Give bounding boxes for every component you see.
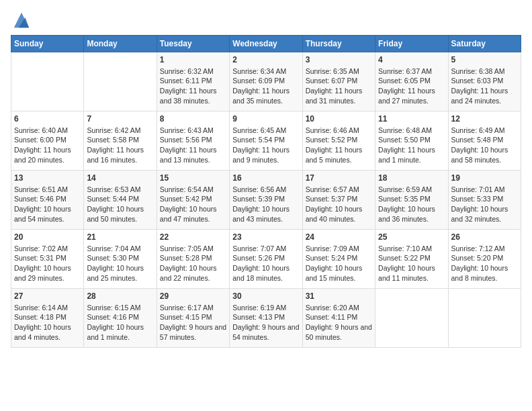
- day-info: Sunset: 6:09 PM: [232, 76, 299, 86]
- day-number: 26: [451, 232, 518, 243]
- day-info: Sunrise: 6:40 AM: [14, 126, 81, 136]
- day-info: Sunrise: 6:42 AM: [87, 126, 153, 136]
- day-info: Sunset: 5:31 PM: [14, 253, 81, 263]
- day-number: 15: [160, 173, 226, 184]
- calendar-cell: 30Sunrise: 6:19 AMSunset: 4:13 PMDayligh…: [230, 289, 302, 348]
- calendar-cell: 15Sunrise: 6:54 AMSunset: 5:42 PMDayligh…: [157, 171, 229, 230]
- day-info: Daylight: 11 hours and 16 minutes.: [87, 145, 153, 165]
- calendar-cell: 26Sunrise: 7:12 AMSunset: 5:20 PMDayligh…: [448, 230, 521, 289]
- weekday-header-sunday: Sunday: [11, 36, 84, 52]
- day-info: Daylight: 11 hours and 24 minutes.: [451, 86, 518, 105]
- calendar-cell: [448, 289, 521, 348]
- day-info: Daylight: 10 hours and 15 minutes.: [306, 263, 372, 283]
- day-info: Sunset: 5:58 PM: [87, 135, 153, 145]
- calendar-cell: 5Sunrise: 6:38 AMSunset: 6:03 PMDaylight…: [448, 52, 521, 111]
- day-number: 27: [14, 291, 81, 302]
- day-info: Sunset: 5:24 PM: [306, 253, 372, 263]
- day-info: Sunrise: 6:20 AM: [306, 303, 372, 313]
- week-row-1: 1Sunrise: 6:32 AMSunset: 6:11 PMDaylight…: [11, 52, 521, 111]
- day-info: Daylight: 10 hours and 32 minutes.: [451, 204, 518, 224]
- day-info: Sunset: 6:07 PM: [306, 76, 372, 86]
- calendar-cell: 13Sunrise: 6:51 AMSunset: 5:46 PMDayligh…: [11, 171, 84, 230]
- calendar-cell: 23Sunrise: 7:07 AMSunset: 5:26 PMDayligh…: [230, 230, 302, 289]
- day-info: Daylight: 10 hours and 22 minutes.: [160, 263, 226, 283]
- day-info: Daylight: 10 hours and 18 minutes.: [232, 263, 299, 283]
- calendar-cell: 6Sunrise: 6:40 AMSunset: 6:00 PMDaylight…: [11, 111, 84, 171]
- day-info: Daylight: 10 hours and 40 minutes.: [306, 204, 372, 224]
- day-info: Sunset: 5:50 PM: [378, 135, 445, 145]
- day-info: Sunrise: 6:32 AM: [160, 66, 226, 77]
- day-info: Sunrise: 6:19 AM: [232, 303, 299, 313]
- day-info: Sunset: 5:33 PM: [451, 194, 518, 204]
- day-info: Sunrise: 6:35 AM: [306, 66, 372, 77]
- calendar-cell: 7Sunrise: 6:42 AMSunset: 5:58 PMDaylight…: [84, 111, 157, 171]
- calendar-cell: 10Sunrise: 6:46 AMSunset: 5:52 PMDayligh…: [302, 111, 375, 171]
- day-info: Sunset: 5:26 PM: [232, 253, 299, 263]
- day-info: Sunset: 4:16 PM: [87, 312, 153, 322]
- weekday-header-thursday: Thursday: [302, 36, 375, 52]
- day-number: 30: [232, 291, 299, 302]
- day-info: Sunset: 5:20 PM: [451, 253, 518, 263]
- day-number: 24: [306, 232, 372, 243]
- day-number: 25: [378, 232, 445, 243]
- calendar-cell: 17Sunrise: 6:57 AMSunset: 5:37 PMDayligh…: [302, 171, 375, 230]
- week-row-3: 13Sunrise: 6:51 AMSunset: 5:46 PMDayligh…: [11, 171, 521, 230]
- day-info: Daylight: 11 hours and 20 minutes.: [14, 145, 81, 165]
- calendar-cell: 21Sunrise: 7:04 AMSunset: 5:30 PMDayligh…: [84, 230, 157, 289]
- day-number: 16: [232, 173, 299, 184]
- calendar-cell: [11, 52, 84, 111]
- day-info: Sunset: 4:13 PM: [232, 312, 299, 322]
- day-info: Sunset: 4:11 PM: [306, 312, 372, 322]
- calendar-cell: 2Sunrise: 6:34 AMSunset: 6:09 PMDaylight…: [230, 52, 302, 111]
- calendar-cell: 1Sunrise: 6:32 AMSunset: 6:11 PMDaylight…: [157, 52, 229, 111]
- day-info: Daylight: 10 hours and 1 minute.: [87, 322, 153, 342]
- day-number: 13: [14, 173, 81, 184]
- day-number: 18: [378, 173, 445, 184]
- calendar-cell: 16Sunrise: 6:56 AMSunset: 5:39 PMDayligh…: [230, 171, 302, 230]
- day-info: Daylight: 10 hours and 29 minutes.: [14, 263, 81, 283]
- calendar-table: SundayMondayTuesdayWednesdayThursdayFrid…: [11, 35, 521, 348]
- day-number: 11: [378, 113, 445, 125]
- day-info: Daylight: 10 hours and 36 minutes.: [378, 204, 445, 224]
- day-number: 8: [160, 113, 226, 125]
- calendar-cell: 19Sunrise: 7:01 AMSunset: 5:33 PMDayligh…: [448, 171, 521, 230]
- day-info: Sunrise: 7:10 AM: [378, 244, 445, 254]
- day-info: Daylight: 10 hours and 25 minutes.: [87, 263, 153, 283]
- week-row-4: 20Sunrise: 7:02 AMSunset: 5:31 PMDayligh…: [11, 230, 521, 289]
- day-info: Daylight: 10 hours and 8 minutes.: [451, 263, 518, 283]
- day-info: Sunrise: 6:54 AM: [160, 185, 226, 195]
- day-info: Sunset: 4:18 PM: [14, 312, 81, 322]
- day-number: 10: [306, 113, 372, 125]
- day-info: Sunrise: 7:04 AM: [87, 244, 153, 254]
- day-info: Sunrise: 6:59 AM: [378, 185, 445, 195]
- day-info: Sunrise: 6:49 AM: [451, 126, 518, 136]
- calendar-cell: 9Sunrise: 6:45 AMSunset: 5:54 PMDaylight…: [230, 111, 302, 171]
- weekday-header-friday: Friday: [375, 36, 448, 52]
- day-info: Sunrise: 6:38 AM: [451, 66, 518, 77]
- calendar-cell: 3Sunrise: 6:35 AMSunset: 6:07 PMDaylight…: [302, 52, 375, 111]
- day-number: 20: [14, 232, 81, 243]
- day-info: Sunrise: 6:17 AM: [160, 303, 226, 313]
- calendar-cell: 4Sunrise: 6:37 AMSunset: 6:05 PMDaylight…: [375, 52, 448, 111]
- day-info: Sunset: 6:05 PM: [378, 76, 445, 86]
- day-info: Sunrise: 6:45 AM: [232, 126, 299, 136]
- day-info: Daylight: 10 hours and 58 minutes.: [451, 145, 518, 165]
- day-number: 22: [160, 232, 226, 243]
- day-number: 29: [160, 291, 226, 302]
- day-number: 14: [87, 173, 153, 184]
- day-info: Sunrise: 6:48 AM: [378, 126, 445, 136]
- calendar-cell: 20Sunrise: 7:02 AMSunset: 5:31 PMDayligh…: [11, 230, 84, 289]
- page-container: SundayMondayTuesdayWednesdayThursdayFrid…: [0, 0, 532, 359]
- day-info: Daylight: 11 hours and 27 minutes.: [378, 86, 445, 105]
- day-info: Sunset: 5:56 PM: [160, 135, 226, 145]
- day-info: Sunset: 5:44 PM: [87, 194, 153, 204]
- day-info: Sunrise: 6:43 AM: [160, 126, 226, 136]
- day-info: Daylight: 10 hours and 43 minutes.: [232, 204, 299, 224]
- week-row-2: 6Sunrise: 6:40 AMSunset: 6:00 PMDaylight…: [11, 111, 521, 171]
- day-info: Sunset: 6:00 PM: [14, 135, 81, 145]
- day-info: Sunrise: 6:56 AM: [232, 185, 299, 195]
- day-info: Sunset: 5:48 PM: [451, 135, 518, 145]
- day-info: Daylight: 10 hours and 50 minutes.: [87, 204, 153, 224]
- day-number: 12: [451, 113, 518, 125]
- day-number: 9: [232, 113, 299, 125]
